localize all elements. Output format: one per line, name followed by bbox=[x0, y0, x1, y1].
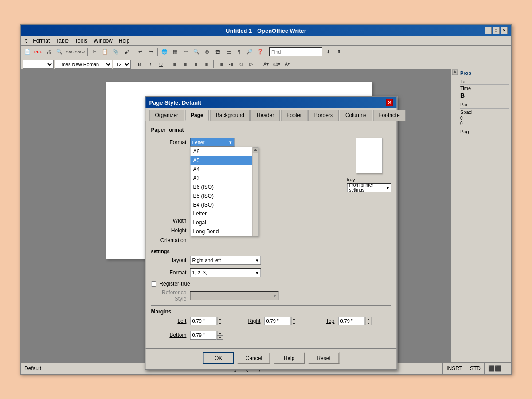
font-color-btn[interactable]: A▾ bbox=[261, 59, 271, 69]
align-right-btn[interactable]: ≡ bbox=[191, 59, 201, 69]
align-left-btn[interactable]: ≡ bbox=[170, 59, 180, 69]
tab-columns[interactable]: Columns bbox=[340, 110, 372, 121]
maximize-button[interactable]: □ bbox=[493, 27, 500, 34]
minimize-button[interactable]: _ bbox=[485, 27, 492, 34]
find-more-btn[interactable]: ⋯ bbox=[344, 47, 354, 57]
cut-btn[interactable]: ✂ bbox=[90, 47, 99, 57]
navigator-btn[interactable]: ◎ bbox=[202, 47, 212, 57]
ok-button[interactable]: OK bbox=[203, 352, 234, 364]
increase-indent-btn[interactable]: ▷≡ bbox=[247, 59, 257, 69]
gallery-btn[interactable]: 🖼 bbox=[213, 47, 223, 57]
pdf-btn[interactable]: PDF bbox=[33, 47, 43, 57]
format-paintbrush-btn[interactable]: 🖌 bbox=[121, 47, 131, 57]
underline-btn[interactable]: U bbox=[156, 59, 166, 69]
dropdown-item-b6[interactable]: B6 (ISO) bbox=[190, 183, 258, 192]
table-btn[interactable]: ▦ bbox=[170, 47, 180, 57]
nonprinting-btn[interactable]: ¶ bbox=[234, 47, 244, 57]
menu-item-help[interactable]: Help bbox=[116, 37, 133, 45]
print-btn[interactable]: 🖨 bbox=[44, 47, 54, 57]
dropdown-item-a5[interactable]: A5 bbox=[190, 156, 258, 165]
menu-item-t[interactable]: t bbox=[23, 37, 29, 45]
top-down-btn[interactable]: ▼ bbox=[365, 321, 371, 325]
dropdown-item-a4[interactable]: A4 bbox=[190, 165, 258, 174]
menu-item-format[interactable]: Format bbox=[30, 37, 52, 45]
left-input[interactable] bbox=[190, 317, 216, 325]
right-input[interactable] bbox=[264, 317, 290, 325]
dropdown-item-a3[interactable]: A3 bbox=[190, 174, 258, 183]
align-center-btn[interactable]: ≡ bbox=[180, 59, 190, 69]
menu-item-tools[interactable]: Tools bbox=[72, 37, 90, 45]
font-select[interactable]: Times New Roman bbox=[55, 60, 112, 69]
format-dropdown-list[interactable]: A6 A5 A4 A3 B6 (ISO) B5 (ISO) B4 (ISO) L… bbox=[190, 147, 258, 236]
copy-btn[interactable]: 📋 bbox=[100, 47, 110, 57]
menu-bar: t Format Table Tools Window Help bbox=[21, 36, 511, 46]
bullets-btn[interactable]: •≡ bbox=[226, 59, 236, 69]
highlight-btn[interactable]: ab▾ bbox=[272, 59, 282, 69]
layout-select[interactable]: Right and left ▾ bbox=[190, 256, 261, 265]
format-dropdown-selected[interactable]: Letter ▾ bbox=[190, 138, 234, 147]
dropdown-item-letter[interactable]: Letter bbox=[190, 209, 258, 218]
dropdown-item-b5[interactable]: B5 (ISO) bbox=[190, 192, 258, 200]
justify-btn[interactable]: ≡ bbox=[202, 59, 211, 69]
reset-button[interactable]: Reset bbox=[308, 352, 339, 364]
dropdown-item-longbond[interactable]: Long Bond bbox=[190, 227, 258, 236]
find-next-btn[interactable]: ⬇ bbox=[323, 47, 333, 57]
scroll-area[interactable] bbox=[451, 69, 458, 362]
tab-header[interactable]: Header bbox=[251, 110, 280, 121]
menu-item-table[interactable]: Table bbox=[53, 37, 71, 45]
numbering-btn[interactable]: 1≡ bbox=[215, 59, 225, 69]
decrease-indent-btn[interactable]: ◁≡ bbox=[237, 59, 246, 69]
find-input[interactable] bbox=[269, 47, 322, 56]
page-format-select[interactable]: 1, 2, 3, ... ▾ bbox=[190, 268, 261, 277]
dropdown-item-a6[interactable]: A6 bbox=[190, 147, 258, 156]
hyperlink-btn[interactable]: 🌐 bbox=[160, 47, 169, 57]
italic-btn[interactable]: I bbox=[145, 59, 155, 69]
reference-style-select[interactable]: ▾ bbox=[190, 291, 278, 300]
tab-background[interactable]: Background bbox=[210, 110, 250, 121]
dropdown-scrollbar[interactable] bbox=[252, 147, 258, 236]
paste-btn[interactable]: 📎 bbox=[111, 47, 121, 57]
left-down-btn[interactable]: ▼ bbox=[217, 321, 223, 325]
tab-footnote[interactable]: Footnote bbox=[373, 110, 405, 121]
dialog-close-button[interactable]: ✕ bbox=[386, 99, 393, 106]
char-bg-btn[interactable]: A▾ bbox=[282, 59, 292, 69]
zoom-btn[interactable]: 🔎 bbox=[245, 47, 254, 57]
find-prev-btn[interactable]: ⬆ bbox=[334, 47, 344, 57]
tab-borders[interactable]: Borders bbox=[309, 110, 339, 121]
tab-footer[interactable]: Footer bbox=[281, 110, 308, 121]
top-input[interactable] bbox=[338, 317, 364, 325]
page-format-label: Format bbox=[151, 270, 186, 276]
help-button[interactable]: Help bbox=[274, 352, 305, 364]
tray-select[interactable]: From printer settings ▾ bbox=[347, 183, 391, 192]
bottom-down-btn[interactable]: ▼ bbox=[217, 335, 223, 340]
help-agent-btn[interactable]: ❓ bbox=[255, 47, 265, 57]
close-button[interactable]: ✕ bbox=[501, 27, 508, 34]
menu-item-window[interactable]: Window bbox=[91, 37, 115, 45]
page-style-dialog: Page Style: Default ✕ Organizer Page Bac… bbox=[145, 96, 397, 370]
bottom-input[interactable] bbox=[190, 331, 216, 340]
right-down-btn[interactable]: ▼ bbox=[291, 321, 297, 325]
font-size-select[interactable]: 12 bbox=[113, 60, 131, 69]
dropdown-item-b4[interactable]: B4 (ISO) bbox=[190, 200, 258, 209]
preview-btn[interactable]: 🔍 bbox=[55, 47, 64, 57]
autocorrect-btn[interactable]: ABC✓ bbox=[76, 47, 86, 57]
right-spinner: ▲ ▼ bbox=[264, 317, 297, 325]
spellcheck-btn[interactable]: ABC bbox=[65, 47, 75, 57]
find-replace-btn[interactable]: 🔍 bbox=[192, 47, 201, 57]
right-up-btn[interactable]: ▲ bbox=[291, 317, 297, 321]
tab-organizer[interactable]: Organizer bbox=[149, 110, 184, 121]
datasources-btn[interactable]: 🗃 bbox=[223, 47, 233, 57]
new-btn[interactable]: 📄 bbox=[23, 47, 32, 57]
register-true-checkbox[interactable] bbox=[151, 281, 156, 287]
cancel-button[interactable]: Cancel bbox=[238, 352, 270, 364]
draw-btn[interactable]: ✏ bbox=[181, 47, 191, 57]
style-select[interactable] bbox=[23, 60, 54, 69]
top-up-btn[interactable]: ▲ bbox=[365, 317, 371, 321]
redo-btn[interactable]: ↪ bbox=[146, 47, 156, 57]
tab-page[interactable]: Page bbox=[185, 110, 209, 121]
undo-btn[interactable]: ↩ bbox=[135, 47, 145, 57]
dropdown-item-legal[interactable]: Legal bbox=[190, 218, 258, 227]
bottom-up-btn[interactable]: ▲ bbox=[217, 331, 223, 335]
bold-btn[interactable]: B bbox=[135, 59, 145, 69]
left-up-btn[interactable]: ▲ bbox=[217, 317, 223, 321]
